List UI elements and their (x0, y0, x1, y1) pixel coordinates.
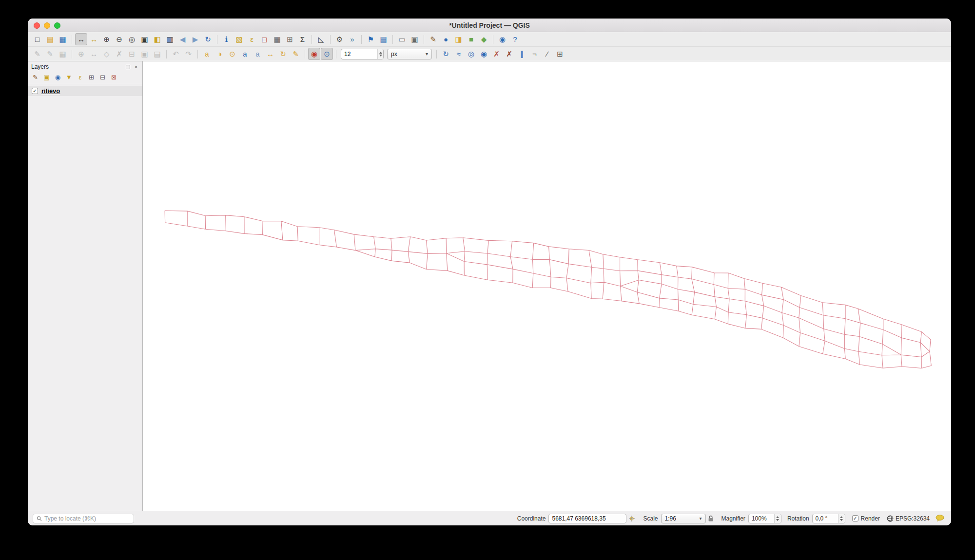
refresh-map-button[interactable]: ↻ (202, 33, 214, 45)
delete-ring-button[interactable]: ✗ (490, 48, 503, 60)
rotate-label-button[interactable]: ↻ (277, 48, 289, 60)
manage-map-themes-button[interactable]: ◉ (53, 72, 63, 82)
merge-selected-features-button[interactable]: ⊞ (554, 48, 566, 60)
coordinate-input[interactable] (548, 514, 626, 523)
close-panel-button[interactable]: × (133, 64, 139, 70)
check-geometry-button[interactable]: ◆ (478, 33, 490, 45)
merge-tool-button[interactable]: ■ (465, 33, 477, 45)
filter-by-expression-button[interactable]: ε (75, 72, 85, 82)
rotate-feature-button[interactable]: ↻ (440, 48, 452, 60)
magnifier-stepper[interactable]: 100% (748, 514, 781, 523)
show-bookmarks-button[interactable]: ▤ (377, 33, 390, 45)
processing-toolbox-button[interactable]: ⚙ (333, 33, 346, 45)
change-label-properties-button[interactable]: ✎ (290, 48, 302, 60)
field-calculator-button[interactable]: ⊞ (284, 33, 296, 45)
measure-line-button[interactable]: ◺ (315, 33, 327, 45)
metasearch-button[interactable]: ◉ (496, 33, 508, 45)
zoom-to-selection-button[interactable]: ◧ (151, 33, 163, 45)
zoom-out-button[interactable]: ⊖ (113, 33, 125, 45)
new-print-layout-button[interactable]: ▭ (396, 33, 408, 45)
layer-row-rilievo[interactable]: ✓ rilievo (28, 86, 142, 96)
delete-part-button[interactable]: ✗ (503, 48, 515, 60)
add-ring-button[interactable]: ◎ (465, 48, 477, 60)
layer-name[interactable]: rilievo (41, 87, 60, 95)
minimize-button[interactable] (44, 22, 50, 29)
snap-unit-select[interactable]: px ▾ (387, 49, 432, 59)
float-panel-button[interactable] (125, 64, 131, 70)
zoom-button[interactable] (54, 22, 60, 29)
fill-ring-button[interactable]: ◉ (478, 48, 490, 60)
collapse-all-button[interactable]: ⊟ (98, 72, 108, 82)
highlight-pinned-labels-button[interactable]: a (239, 48, 251, 60)
locate-input[interactable] (44, 515, 130, 522)
scale-select[interactable]: 1:96 ▾ (661, 514, 706, 523)
offset-curve-icon: ∥ (520, 50, 524, 58)
rotation-stepper[interactable]: 0,0 ° (812, 514, 845, 523)
measure-line-icon: ◺ (318, 36, 324, 43)
buffer-tool-button[interactable]: ● (440, 33, 452, 45)
locate-box[interactable] (33, 514, 134, 523)
snap-tolerance-stepper[interactable] (341, 49, 384, 59)
map-canvas[interactable] (143, 61, 951, 511)
rotation-spinner[interactable] (838, 514, 845, 523)
layer-diagram-options-button[interactable]: ◑ (214, 48, 226, 60)
snap-tolerance-spinner[interactable] (377, 49, 383, 59)
enable-tracing-button[interactable]: ⊙ (321, 48, 333, 60)
open-attribute-table-button[interactable]: ▦ (271, 33, 283, 45)
zoom-native-button[interactable]: ◎ (126, 33, 138, 45)
expand-all-button[interactable]: ⊞ (86, 72, 97, 82)
deselect-all-button[interactable]: ◻ (258, 33, 271, 45)
zoom-in-button[interactable]: ⊕ (100, 33, 113, 45)
zoom-to-layer-button[interactable]: ▥ (164, 33, 176, 45)
save-project-button[interactable]: ▦ (57, 33, 69, 45)
zoom-native-icon: ◎ (129, 36, 135, 43)
add-group-button[interactable]: ▣ (41, 72, 52, 82)
zoom-next-button[interactable]: ▶ (189, 33, 201, 45)
snapping-options-button[interactable]: ◉ (308, 48, 320, 60)
pan-to-selection-button[interactable]: ↔ (88, 33, 100, 45)
remove-layer-button[interactable]: ⊠ (109, 72, 119, 82)
reshape-features-button[interactable]: ¬ (528, 48, 541, 60)
snap-tolerance-input[interactable] (341, 51, 377, 58)
select-features-button[interactable]: ▧ (233, 33, 245, 45)
messages-button[interactable] (936, 515, 944, 522)
close-button[interactable] (34, 22, 40, 29)
layer-labeling-options-button[interactable]: a (201, 48, 213, 60)
python-console-button[interactable]: » (346, 33, 358, 45)
style-manager-icon: ✎ (430, 36, 436, 43)
open-project-button[interactable]: ▤ (44, 33, 56, 45)
show-hidden-labels-button[interactable]: a (252, 48, 264, 60)
select-by-expression-button[interactable]: ε (246, 33, 258, 45)
metasearch-icon: ◉ (499, 36, 506, 43)
zoom-last-button[interactable]: ◀ (176, 33, 189, 45)
toolbar-separator (436, 50, 437, 58)
clip-tool-button[interactable]: ◨ (452, 33, 465, 45)
simplify-feature-button[interactable]: ≈ (452, 48, 465, 60)
crs-status[interactable]: EPSG:32634 (887, 515, 930, 522)
zoom-full-button[interactable]: ▣ (138, 33, 151, 45)
help-button[interactable]: ? (509, 33, 521, 45)
traffic-lights (34, 22, 60, 29)
layer-visibility-checkbox[interactable]: ✓ (32, 88, 38, 94)
identify-features-button[interactable]: ℹ (220, 33, 233, 45)
extents-toggle-icon[interactable] (628, 515, 635, 522)
render-toggle[interactable]: ✓ Render (852, 515, 880, 522)
open-layer-styling-button[interactable]: ✎ (30, 72, 40, 82)
filter-legend-button[interactable]: ▼ (64, 72, 74, 82)
statistics-summary-button[interactable]: Σ (296, 33, 309, 45)
new-project-icon: □ (35, 36, 39, 43)
pin-labels-button[interactable]: ⊙ (226, 48, 238, 60)
layout-manager-button[interactable]: ▣ (409, 33, 421, 45)
render-checkbox[interactable]: ✓ (852, 515, 858, 521)
move-label-button[interactable]: ↔ (264, 48, 276, 60)
pan-map-button[interactable]: ↔ (75, 33, 87, 45)
split-features-button[interactable]: ∕ (541, 48, 553, 60)
delete-ring-icon: ✗ (493, 50, 500, 58)
new-project-button[interactable]: □ (31, 33, 43, 45)
offset-curve-button[interactable]: ∥ (516, 48, 528, 60)
coordinate-label: Coordinate (517, 515, 546, 522)
magnifier-spinner[interactable] (774, 514, 781, 523)
lock-scale-icon[interactable] (708, 515, 714, 522)
style-manager-button[interactable]: ✎ (427, 33, 439, 45)
new-spatial-bookmark-button[interactable]: ⚑ (365, 33, 377, 45)
